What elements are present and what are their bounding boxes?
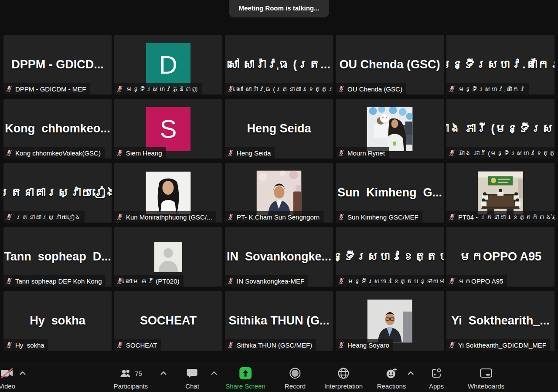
- participant-name-label: ឈោម ឆវី (PT020): [114, 275, 184, 287]
- record-label: Record: [285, 382, 306, 390]
- video-button[interactable]: Video: [0, 367, 15, 390]
- participant-label-text: មន្ទីរសហវខេត្តបន្ទាយមានជ័យ: [347, 277, 444, 285]
- participant-video-thumbnail: [257, 170, 302, 215]
- apps-button[interactable]: Apps: [429, 367, 444, 390]
- participant-label-text: មកOPPO A95: [458, 277, 503, 285]
- participant-tile[interactable]: ឈោម ឆវី (PT020): [114, 227, 222, 287]
- participant-tile[interactable]: DPPM - GDICD... DPPM - GDICDM - MEF: [3, 35, 112, 95]
- participant-tile[interactable]: រតនាគារស្វាយរៀង រតនាគារស្វាយរៀង: [3, 163, 112, 223]
- participant-tile[interactable]: Kun Monirathphuong (GSC/...: [114, 163, 222, 223]
- whiteboards-button[interactable]: Whiteboards: [468, 367, 504, 390]
- participant-video-thumbnail: [367, 107, 413, 151]
- participant-name-label: Sithika THUN (GSC/MEF): [225, 339, 316, 351]
- participant-name-label: មន្ទីរសហវខេត្តបន្ទាយមានជ័យ: [336, 275, 444, 287]
- participant-tile[interactable]: PT04 - រតនាគារខេត្តកំពង់ឆ្...: [446, 163, 555, 223]
- video-menu-caret-icon[interactable]: [20, 371, 26, 375]
- mic-muted-icon: [6, 213, 13, 220]
- mic-muted-icon: [6, 149, 13, 156]
- mic-muted-icon: [116, 341, 123, 348]
- participant-label-text: PT- K.Cham Sun Sengngorn: [237, 213, 320, 221]
- reactions-button[interactable]: Reactions: [377, 367, 406, 390]
- participant-name-label: រតនាគារស្វាយរៀង: [3, 211, 85, 223]
- participant-tile[interactable]: Mourn Rynet: [336, 99, 444, 159]
- interpretation-label: Interpretation: [324, 382, 363, 390]
- mic-muted-icon: [6, 85, 13, 92]
- participant-label-text: Kun Monirathphuong (GSC/...: [126, 213, 212, 221]
- participant-tile[interactable]: Hy sokha Hy sokha: [3, 291, 112, 351]
- participant-tile[interactable]: Tann sopheap D... Tann sopheap DEF Koh K…: [3, 227, 112, 287]
- mic-muted-icon: [116, 213, 123, 220]
- participant-label-text: Sun Kimheng GSC/MEF: [347, 213, 418, 221]
- share-screen-button[interactable]: Share Screen: [225, 367, 265, 390]
- active-speaker-toast: Meeting Room is talking...: [229, 0, 329, 17]
- participant-name-label: សៅ សារ៉ាវុធ (រតនាគារខេត្តព្រ...: [225, 83, 333, 95]
- participant-gallery: DPPM - GDICD... DPPM - GDICDM - MEF D មន…: [3, 35, 555, 351]
- participant-label-text: Hy sokha: [15, 341, 44, 349]
- participant-tile[interactable]: Heang Soyaro: [336, 291, 444, 351]
- participant-label-text: Siem Heang: [126, 149, 162, 157]
- participant-tile[interactable]: S Siem Heang: [114, 99, 222, 159]
- whiteboards-label: Whiteboards: [468, 382, 504, 390]
- interpretation-button[interactable]: Interpretation: [324, 367, 363, 390]
- participant-name-label: PT- K.Cham Sun Sengngorn: [225, 211, 323, 223]
- participant-tile[interactable]: SOCHEAT SOCHEAT: [114, 291, 222, 351]
- participant-label-text: សៅ សារ៉ាវុធ (រតនាគារខេត្តព្រ...: [237, 85, 333, 93]
- participant-name-label: Hy sokha: [3, 339, 48, 351]
- participants-label: Participants: [114, 382, 148, 390]
- participant-label-text: Sithika THUN (GSC/MEF): [237, 341, 312, 349]
- participant-video-thumbnail: [146, 172, 191, 214]
- reactions-menu-caret-icon[interactable]: [408, 371, 414, 375]
- participant-label-text: Tann sopheap DEF Koh Kong: [15, 277, 102, 285]
- participants-button[interactable]: 75 Participants: [114, 367, 148, 390]
- participant-tile[interactable]: មន្ទីរសហវខេត្តប... មន្ទីរសហវខេត្តបន្ទាយម…: [336, 227, 444, 287]
- chat-button[interactable]: Chat: [185, 367, 199, 390]
- chat-menu-caret-icon[interactable]: [211, 371, 217, 375]
- mic-muted-icon: [116, 85, 123, 92]
- participant-tile[interactable]: សៅ សារ៉ាវុធ (រត... សៅ សារ៉ាវុធ (រតនាគារខ…: [225, 35, 333, 95]
- chat-icon: [187, 368, 198, 378]
- participant-tile[interactable]: មន្ទីរសហវ.តាកែវ មន្ទីរសហវ.តាកែវ: [446, 35, 555, 95]
- record-button[interactable]: Record: [285, 367, 306, 390]
- participant-tile[interactable]: Kong chhomkeo... Kong chhomkeoVoleak(GSC…: [3, 99, 112, 159]
- participant-video-thumbnail: [367, 299, 412, 342]
- participant-name-label: មន្ទីរសហវភ្នំពេញ: [114, 83, 202, 95]
- active-speaker-text: Meeting Room is talking...: [238, 4, 319, 12]
- participant-name-label: DPPM - GDICDM - MEF: [3, 83, 90, 95]
- participant-label-text: IN Sovankongkea-MEF: [237, 277, 304, 285]
- participants-menu-caret-icon[interactable]: [160, 371, 167, 375]
- participant-tile[interactable]: PT- K.Cham Sun Sengngorn: [225, 163, 333, 223]
- participant-tile[interactable]: មកOPPO A95 មកOPPO A95: [446, 227, 555, 287]
- participant-tile[interactable]: IN Sovankongke... IN Sovankongkea-MEF: [225, 227, 333, 287]
- participant-tile[interactable]: Sithika THUN (G... Sithika THUN (GSC/MEF…: [225, 291, 333, 351]
- mic-muted-icon: [116, 277, 123, 284]
- mic-muted-icon: [449, 85, 456, 92]
- participant-name-label: Heng Seida: [225, 147, 275, 159]
- chat-label: Chat: [185, 382, 199, 390]
- participant-name-label: OU Chenda (GSC): [336, 83, 406, 95]
- participants-icon: [119, 368, 133, 378]
- participant-tile[interactable]: Heng Seida Heng Seida: [225, 99, 333, 159]
- default-person-avatar: [154, 242, 182, 272]
- share-screen-label: Share Screen: [225, 382, 265, 390]
- participant-label-text: SOCHEAT: [126, 341, 157, 349]
- participant-tile[interactable]: Sun Kimheng G... Sun Kimheng GSC/MEF: [336, 163, 444, 223]
- mic-muted-icon: [227, 149, 234, 156]
- mic-muted-icon: [449, 149, 456, 156]
- participant-name-label: Kong chhomkeoVoleak(GSC): [3, 147, 105, 159]
- participants-count: 75: [135, 370, 142, 377]
- participant-label-text: Heng Seida: [237, 149, 271, 157]
- mic-muted-icon: [116, 149, 123, 156]
- participant-name-label: SOCHEAT: [114, 339, 161, 351]
- participant-label-text: មន្ទីរសហវ.តាកែវ: [458, 85, 525, 93]
- letter-avatar: D: [146, 43, 191, 87]
- mic-muted-icon: [6, 341, 13, 348]
- participant-name-label: Heang Soyaro: [336, 339, 393, 351]
- participant-name-label: មកOPPO A95: [446, 275, 507, 287]
- meeting-toolbar: Video 75 Participants Chat: [0, 362, 558, 392]
- avatar-letter: S: [160, 114, 177, 143]
- participant-tile[interactable]: OU Chenda (GSC) OU Chenda (GSC): [336, 35, 444, 95]
- participant-tile[interactable]: D មន្ទីរសហវភ្នំពេញ: [114, 35, 222, 95]
- participant-tile[interactable]: Yi Sokthearith_... Yi Sokthearith_GDICDM…: [446, 291, 555, 351]
- participant-tile[interactable]: អ៊ាង ភារី (មន្ទីរស... អ៊ាង ភារី (មន្ទីរស…: [446, 99, 555, 159]
- mic-muted-icon: [338, 277, 345, 284]
